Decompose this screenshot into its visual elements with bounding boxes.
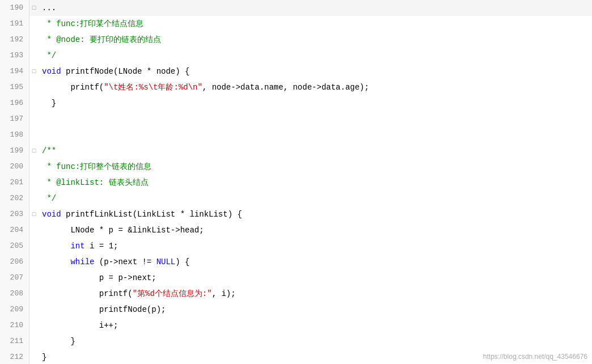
line-number: 201	[0, 175, 29, 191]
line-number: 205	[0, 238, 29, 254]
code-content: ...	[39, 0, 592, 16]
code-row: 194□void printfNode(LNode * node) {	[0, 64, 592, 79]
code-content: /**	[39, 143, 592, 159]
code-row: 202 */	[0, 191, 592, 206]
line-number: 206	[0, 254, 29, 270]
code-row: 203□void printfLinkList(LinkList * linkL…	[0, 206, 592, 222]
code-content: */	[39, 191, 592, 206]
line-number: 208	[0, 286, 29, 302]
code-row: 211 }	[0, 333, 592, 349]
code-row: 195 printf("\t姓名:%s\t年龄:%d\n", node->dat…	[0, 79, 592, 95]
line-number: 200	[0, 159, 29, 175]
code-row: 204 LNode * p = &linkList->head;	[0, 222, 592, 238]
code-content: * func:打印整个链表的信息	[39, 159, 592, 175]
line-number: 192	[0, 32, 29, 48]
fold-marker	[29, 349, 39, 364]
line-number: 211	[0, 333, 29, 349]
code-row: 200 * func:打印整个链表的信息	[0, 159, 592, 175]
fold-marker[interactable]: □	[29, 206, 39, 222]
code-content: while (p->next != NULL) {	[39, 254, 592, 270]
line-number: 209	[0, 302, 29, 318]
code-content: printf("\t姓名:%s\t年龄:%d\n", node->data.na…	[39, 79, 592, 95]
line-number: 204	[0, 222, 29, 238]
code-content: printfNode(p);	[39, 302, 592, 318]
code-row: 206 while (p->next != NULL) {	[0, 254, 592, 270]
code-content: */	[39, 48, 592, 64]
code-content: i++;	[39, 318, 592, 333]
code-content: * @linkList: 链表头结点	[39, 175, 592, 191]
fold-marker	[29, 333, 39, 349]
fold-marker	[29, 270, 39, 286]
fold-marker	[29, 175, 39, 191]
fold-marker	[29, 159, 39, 175]
code-content: }	[39, 333, 592, 349]
line-number: 193	[0, 48, 29, 64]
fold-marker	[29, 318, 39, 333]
line-number: 194	[0, 64, 29, 79]
code-content	[39, 111, 592, 127]
watermark: https://blog.csdn.net/qq_43546676	[483, 353, 587, 361]
fold-marker	[29, 32, 39, 48]
code-content: int i = 1;	[39, 238, 592, 254]
code-row: 193 */	[0, 48, 592, 64]
fold-marker[interactable]: □	[29, 143, 39, 159]
line-number: 207	[0, 270, 29, 286]
code-lines-container: 190□...191 * func:打印某个结点信息192 * @node: 要…	[0, 0, 592, 364]
code-content: void printfLinkList(LinkList * linkList)…	[39, 206, 592, 222]
code-row: 199□/**	[0, 143, 592, 159]
code-content: * @node: 要打印的链表的结点	[39, 32, 592, 48]
code-editor: 190□...191 * func:打印某个结点信息192 * @node: 要…	[0, 0, 592, 364]
fold-marker	[29, 48, 39, 64]
code-row: 192 * @node: 要打印的链表的结点	[0, 32, 592, 48]
fold-marker	[29, 191, 39, 206]
code-content	[39, 127, 592, 143]
code-row: 196 }	[0, 95, 592, 111]
fold-marker[interactable]: □	[29, 64, 39, 79]
line-number: 197	[0, 111, 29, 127]
fold-marker	[29, 238, 39, 254]
code-row: 191 * func:打印某个结点信息	[0, 16, 592, 32]
line-number: 195	[0, 79, 29, 95]
line-number: 191	[0, 16, 29, 32]
code-content: printf("第%d个结点信息为:", i);	[39, 286, 592, 302]
fold-marker	[29, 16, 39, 32]
code-row: 198	[0, 127, 592, 143]
fold-marker	[29, 302, 39, 318]
code-content: LNode * p = &linkList->head;	[39, 222, 592, 238]
code-row: 207 p = p->next;	[0, 270, 592, 286]
line-number: 199	[0, 143, 29, 159]
code-content: * func:打印某个结点信息	[39, 16, 592, 32]
code-row: 208 printf("第%d个结点信息为:", i);	[0, 286, 592, 302]
line-number: 198	[0, 127, 29, 143]
fold-marker	[29, 127, 39, 143]
line-number: 202	[0, 191, 29, 206]
line-number: 196	[0, 95, 29, 111]
fold-marker	[29, 254, 39, 270]
fold-marker	[29, 286, 39, 302]
code-row: 197	[0, 111, 592, 127]
fold-marker	[29, 222, 39, 238]
code-row: 209 printfNode(p);	[0, 302, 592, 318]
fold-marker	[29, 111, 39, 127]
fold-marker	[29, 95, 39, 111]
code-row: 205 int i = 1;	[0, 238, 592, 254]
code-content: }	[39, 95, 592, 111]
line-number: 212	[0, 349, 29, 364]
code-content: p = p->next;	[39, 270, 592, 286]
fold-marker[interactable]: □	[29, 0, 39, 16]
code-content: void printfNode(LNode * node) {	[39, 64, 592, 79]
line-number: 203	[0, 206, 29, 222]
line-number: 210	[0, 318, 29, 333]
code-row: 190□...	[0, 0, 592, 16]
code-row: 201 * @linkList: 链表头结点	[0, 175, 592, 191]
fold-marker	[29, 79, 39, 95]
code-row: 210 i++;	[0, 318, 592, 333]
line-number: 190	[0, 0, 29, 16]
